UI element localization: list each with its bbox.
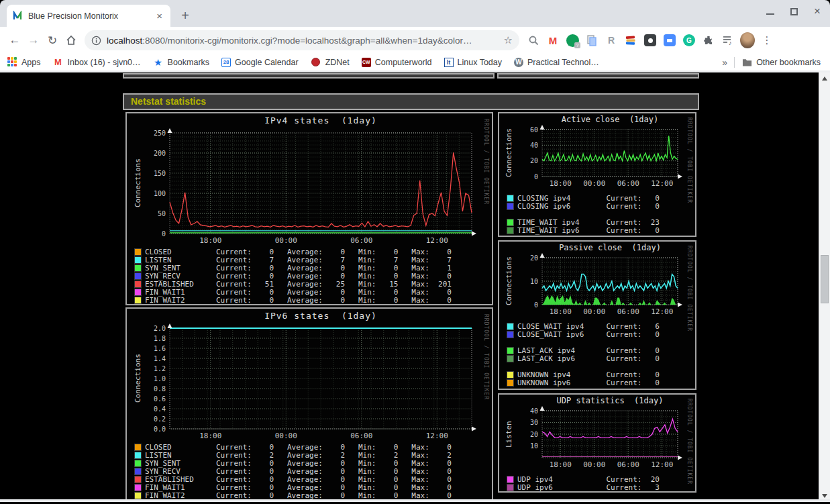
gmail-icon: M [53,57,64,68]
monitorix-favicon-icon [12,11,23,21]
books-extension-icon[interactable] [623,33,638,48]
address-bar[interactable]: localhost:8080/monitorix-cgi/monitorix.c… [85,30,519,50]
reader-extension-icon[interactable]: R [604,33,619,48]
scrollbar-up-icon[interactable] [822,77,827,81]
tab-close-icon[interactable]: × [154,10,165,21]
bookmark-bookmarks[interactable]: ★ Bookmarks [153,57,210,68]
legend-row: SYN_RECV Current: 0 Average: 0 Min: 0 Ma… [135,272,452,280]
back-icon[interactable]: ← [5,31,24,50]
maximize-icon[interactable] [790,8,798,15]
scrollbar-thumb[interactable] [821,255,829,303]
scrollbar-down-icon[interactable] [822,494,827,498]
legend-swatch [507,485,513,491]
chart-udp_statistics-canvas[interactable]: 18:0000:0006:0012:0010203040 [499,405,692,475]
window-bottom-edge [0,499,830,502]
chart-passive_close-canvas[interactable]: 18:0000:0006:0012:0001020 [499,252,692,322]
search-extension-icon[interactable] [526,33,541,48]
bookmark-zdnet[interactable]: ZDNet [311,57,350,68]
url-text[interactable]: localhost:8080/monitorix-cgi/monitorix.c… [107,36,500,46]
bookmark-star-icon[interactable]: ☆ [504,34,513,46]
chart-panel-ipv4-states[interactable]: IPv4 states (1day)ConnectionsRRDTOOL / T… [125,112,493,305]
chart-ipv4_states-canvas[interactable]: 18:0000:0006:0012:00050100150200250 [127,127,489,248]
svg-text:100: 100 [154,190,166,197]
legend-swatch [135,281,141,287]
bookmark-label: Practical Technol… [527,58,599,67]
svg-text:2.0: 2.0 [154,325,166,332]
svg-text:00:00: 00:00 [583,460,605,469]
svg-text:12:00: 12:00 [426,236,448,245]
minimize-icon[interactable] [766,13,774,15]
forward-icon[interactable]: → [24,31,43,50]
section-title: Netstat statistics [131,96,206,107]
legend-swatch [135,297,141,303]
legend-swatch [135,249,141,255]
browser-tab[interactable]: Blue Precision Monitorix × [7,5,170,27]
bookmark-label: Linux Today [458,58,503,67]
legend-swatch [135,485,141,491]
legend-swatch [507,476,513,483]
info-icon[interactable] [91,36,101,46]
page-scrollbar[interactable] [819,72,830,502]
bookmark-linux-today[interactable]: lt Linux Today [444,58,503,67]
bookmark-label: Google Calendar [235,58,299,67]
gmail-extension-icon[interactable]: M [546,33,560,48]
reload-icon[interactable]: ↻ [43,31,62,50]
bookmark-label: Apps [21,58,41,67]
star-icon: ★ [153,57,164,68]
tab-title: Blue Precision Monitorix [28,11,154,21]
grammarly-extension-icon[interactable]: G [682,33,696,48]
extensions-puzzle-icon[interactable] [701,33,716,48]
computerworld-icon: CW [362,58,371,67]
chart-panel-active-close[interactable]: Active close (1day)ConnectionsRRDTOOL / … [498,112,696,237]
legend-text: UDP ipv6 Current: 3 [517,483,660,492]
chart-legend: CLOSED Current: 0 Average: 0 Min: 0 Max:… [135,248,452,304]
svg-text:30: 30 [530,419,538,426]
bookmarks-overflow-chevron[interactable]: » [722,57,727,68]
svg-text:1.2: 1.2 [154,365,166,372]
chart-legend: CLOSING ipv4 Current: 0CLOSING ipv6 Curr… [507,194,660,234]
svg-text:40: 40 [530,142,538,149]
voice-extension-icon[interactable]: ? [565,33,580,48]
bookmark-practical-technology[interactable]: W Practical Technol… [514,58,599,67]
browser-menu-icon[interactable]: ⋮ [760,33,774,48]
new-tab-button[interactable]: + [176,7,195,26]
chart-ipv6_states-canvas[interactable]: 18:0000:0006:0012:000.00.20.40.60.81.01.… [127,322,489,443]
chart-title: Active close (1day) [522,115,696,124]
chart-panel-ipv6-states[interactable]: IPv6 states (1day)ConnectionsRRDTOOL / T… [125,307,493,502]
chart-panel-passive-close[interactable]: Passive close (1day)ConnectionsRRDTOOL /… [498,240,696,390]
svg-text:06:00: 06:00 [350,432,372,440]
chart-active_close-canvas[interactable]: 18:0000:0006:0012:000204060 [499,124,692,194]
profile-avatar[interactable] [740,33,755,48]
chart-panel-udp-statistics[interactable]: UDP statistics (1day)ListenRRDTOOL / TOB… [498,393,696,493]
chart-title: Passive close (1day) [522,243,696,252]
folder-icon [741,57,752,68]
legend-swatch [135,468,141,474]
other-bookmarks[interactable]: Other bookmarks [741,57,821,68]
password-manager-extension-icon[interactable] [643,33,658,48]
copy-pages-extension-icon[interactable] [584,33,599,48]
legend-row: FIN_WAIT1 Current: 0 Average: 0 Min: 0 M… [135,483,452,491]
svg-text:12:00: 12:00 [651,460,673,469]
zoom-extension-icon[interactable] [662,33,677,48]
playlist-extension-icon[interactable]: ♪ [721,33,735,48]
legend-row: LISTEN Current: 7 Average: 7 Min: 7 Max:… [135,256,452,264]
bookmark-apps[interactable]: Apps [7,57,41,68]
legend-row: UDP ipv4 Current: 20 [507,475,660,483]
svg-text:0.8: 0.8 [154,385,166,393]
svg-text:20: 20 [530,157,538,164]
svg-text:06:00: 06:00 [350,236,372,245]
bookmark-inbox[interactable]: M Inbox (16) - sjvn0… [53,57,141,68]
bookmark-google-calendar[interactable]: 28 Google Calendar [221,58,299,67]
bookmark-computerworld[interactable]: CW Computerworld [362,58,432,67]
legend-swatch [507,219,513,225]
svg-text:18:00: 18:00 [550,307,572,316]
home-icon[interactable] [62,31,81,50]
charts-column-right: Active close (1day)ConnectionsRRDTOOL / … [498,112,696,493]
legend-row: LAST_ACK ipv4 Current: 0 [507,346,660,354]
svg-text:0.0: 0.0 [154,425,166,433]
legend-gap [507,362,660,370]
close-icon[interactable]: × [814,7,821,16]
legend-swatch [507,332,513,338]
svg-text:10: 10 [530,278,538,285]
legend-swatch [135,460,141,466]
